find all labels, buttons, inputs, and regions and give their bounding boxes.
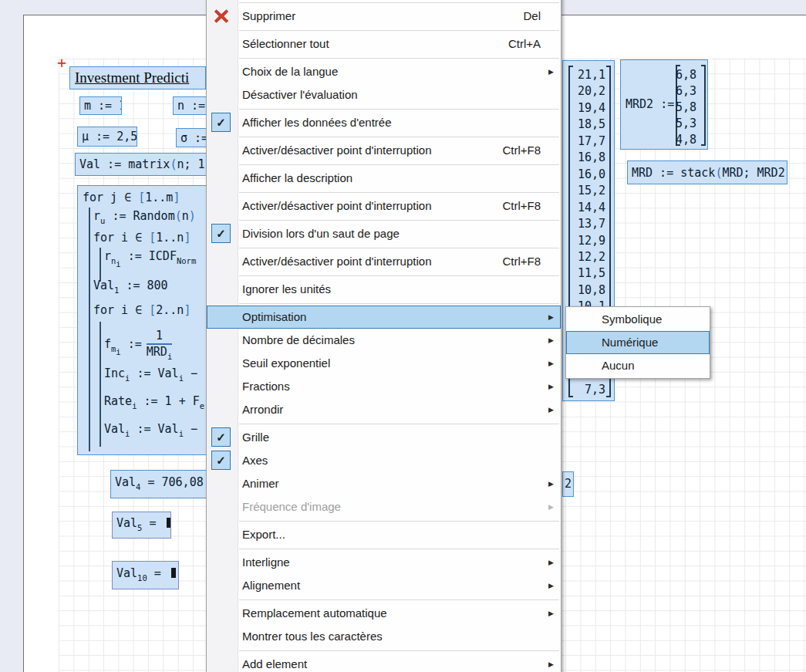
menu-item-label: Optimisation bbox=[242, 306, 306, 329]
menu-item-shortcut: Del bbox=[523, 5, 541, 28]
checkbox-checked-icon: ✓ bbox=[211, 451, 231, 470]
menu-item-label: Activer/désactiver point d'interruption bbox=[242, 194, 432, 218]
menu-item-label: Supprimer bbox=[242, 5, 295, 28]
submenu-arrow-icon: ▶ bbox=[548, 602, 554, 625]
menu-item-label: Seuil exponentiel bbox=[242, 352, 330, 375]
menu-item-supprimer[interactable]: SupprimerDel bbox=[207, 5, 561, 28]
mrd-vector-value: 17,7 bbox=[572, 133, 605, 149]
region-val10-result[interactable]: Val10 = bbox=[112, 561, 179, 589]
region-for-loop-program[interactable]: for j ∈ [1..m] ru := Random(n) for i ∈ [… bbox=[77, 185, 207, 455]
menu-item-shortcut: Ctrl+F8 bbox=[502, 194, 541, 218]
mrd-vector-value: 13,7 bbox=[572, 216, 605, 231]
menu-item-shortcut: Ctrl+A bbox=[508, 32, 541, 56]
menu-item-optimisation[interactable]: Optimisation▶ bbox=[207, 306, 561, 329]
checkbox-checked-icon: ✓ bbox=[211, 224, 231, 243]
menu-item-ignorer-les-unit-s[interactable]: Ignorer les unités bbox=[207, 278, 561, 301]
menu-item-choix-de-la-langue[interactable]: Choix de la langue▶ bbox=[207, 60, 561, 83]
menu-item-grille[interactable]: ✓Grille bbox=[207, 426, 561, 449]
menu-item-label: Désactiver l'évaluation bbox=[242, 83, 358, 106]
mrd2-value: 6,3 bbox=[670, 83, 696, 99]
right-bracket bbox=[701, 65, 706, 146]
region-mu-definition[interactable]: μ := 2,5 % bbox=[77, 127, 137, 147]
menu-item-animer[interactable]: Animer▶ bbox=[207, 472, 561, 495]
menu-item-activer-d-sactiver-point-d-interruption[interactable]: Activer/désactiver point d'interruptionC… bbox=[207, 139, 561, 162]
region-fragment-2[interactable]: 2 bbox=[562, 471, 574, 497]
mrd-vector-value: 10,8 bbox=[572, 282, 605, 298]
worksheet-title: Investment Predicti bbox=[75, 69, 189, 86]
region-mrd-stack[interactable]: MRD := stack(MRD; MRD2) bbox=[627, 160, 787, 184]
checkbox-checked-icon: ✓ bbox=[211, 113, 231, 132]
menu-item-label: Alignement bbox=[242, 574, 300, 597]
region-val4-result[interactable]: Val4 = 706,08 bbox=[110, 470, 208, 498]
menu-item-remplacement-automatique[interactable]: Remplacement automatique▶ bbox=[207, 602, 561, 625]
submenu-item-num-rique[interactable]: Numérique bbox=[566, 331, 710, 354]
menu-item-label: Fractions bbox=[242, 375, 290, 398]
submenu-arrow-icon: ▶ bbox=[548, 306, 554, 329]
mrd-vector-value: 21,1 bbox=[572, 67, 605, 83]
menu-item-s-lectionner-tout[interactable]: Sélectionner toutCtrl+A bbox=[207, 32, 561, 56]
menu-item-montrer-tous-les-caract-res[interactable]: Montrer tous les caractères bbox=[207, 625, 561, 648]
submenu-arrow-icon: ▶ bbox=[548, 472, 554, 495]
menu-item-d-sactiver-l-valuation[interactable]: Désactiver l'évaluation bbox=[207, 83, 561, 106]
region-m-definition[interactable]: m := 1 bbox=[79, 96, 122, 115]
worksheet-title-region[interactable]: Investment Predicti bbox=[69, 66, 206, 89]
menu-item-division-lors-d-un-saut-de-page[interactable]: ✓Division lors d'un saut de page bbox=[207, 222, 561, 245]
loop-line-val: Vali := Vali − bbox=[104, 422, 197, 436]
loop-line-for-i2: for i ∈ [2..n] bbox=[93, 303, 191, 317]
menu-item-label: Choix de la langue bbox=[242, 60, 338, 83]
region-sigma-definition[interactable]: σ := bbox=[176, 128, 208, 147]
mrd-vector-value: 19,4 bbox=[572, 100, 605, 116]
val10-text: Val10 = bbox=[116, 566, 168, 580]
menu-item-alignement[interactable]: Alignement▶ bbox=[207, 574, 561, 597]
loop-line-ru: ru := Random(n) bbox=[93, 209, 196, 223]
submenu-item-label: Aucun bbox=[602, 354, 635, 377]
fraction-prefix: fmi := bbox=[104, 337, 142, 351]
mrd-vector-value: 12,2 bbox=[572, 249, 605, 265]
menu-item-label: Arrondir bbox=[242, 398, 283, 421]
menu-item-label: Afficher les données d'entrée bbox=[242, 111, 392, 134]
region-val5-result[interactable]: Val5 = bbox=[112, 512, 171, 539]
menu-item-activer-d-sactiver-point-d-interruption[interactable]: Activer/désactiver point d'interruptionC… bbox=[207, 250, 561, 273]
inner-scope-bar-2 bbox=[99, 322, 101, 447]
submenu-arrow-icon: ▶ bbox=[548, 574, 554, 597]
menu-item-label: Activer/désactiver point d'interruption bbox=[242, 139, 432, 162]
region-val-matrix-definition[interactable]: Val := matrix(n; 1) bbox=[75, 153, 207, 176]
mrd-vector-value: 18,5 bbox=[572, 117, 605, 132]
menu-item-label: Activer/désactiver point d'interruption bbox=[242, 250, 432, 273]
menu-item-label: Export... bbox=[242, 523, 285, 546]
menu-item-arrondir[interactable]: Arrondir▶ bbox=[207, 398, 561, 421]
menu-item-afficher-la-description[interactable]: Afficher la description bbox=[207, 167, 561, 190]
menu-item-axes[interactable]: ✓Axes bbox=[207, 449, 561, 472]
menu-item-label: Ignorer les unités bbox=[242, 278, 331, 301]
submenu-item-symbolique[interactable]: Symbolique bbox=[566, 308, 710, 331]
menu-item-nombre-de-d-cimales[interactable]: Nombre de décimales▶ bbox=[207, 329, 561, 352]
submenu-item-aucun[interactable]: Aucun bbox=[566, 354, 710, 377]
loop-line-rn: rni := ICDFNorm bbox=[104, 249, 196, 264]
menu-item-label: Animer bbox=[242, 472, 279, 495]
insertion-cursor-icon: + bbox=[57, 56, 66, 69]
menu-item-label: Sélectionner tout bbox=[242, 32, 329, 56]
menu-item-shortcut: Ctrl+F8 bbox=[502, 139, 541, 162]
mrd-vector-value: 16,8 bbox=[572, 150, 605, 165]
menu-item-label: Grille bbox=[242, 426, 269, 449]
menu-item-label: Fréquence d'image bbox=[242, 495, 341, 518]
submenu-arrow-icon: ▶ bbox=[548, 495, 554, 518]
menu-item-fractions[interactable]: Fractions▶ bbox=[207, 375, 561, 398]
menu-item-interligne[interactable]: Interligne▶ bbox=[207, 551, 561, 574]
menu-item-add-element[interactable]: Add element▶ bbox=[207, 653, 561, 672]
menu-item-label: Interligne bbox=[242, 551, 290, 574]
region-mrd2-definition[interactable]: MRD2 := 6,86,35,85,34,8 bbox=[620, 59, 708, 150]
window-left-band bbox=[0, 15, 23, 672]
mrd2-value: 5,3 bbox=[670, 116, 696, 131]
mrd-vector-value: 12,9 bbox=[572, 233, 605, 248]
menu-item-activer-d-sactiver-point-d-interruption[interactable]: Activer/désactiver point d'interruptionC… bbox=[207, 194, 561, 218]
menu-item-seuil-exponentiel[interactable]: Seuil exponentiel▶ bbox=[207, 352, 561, 375]
mrd-vector-value: 7,3 bbox=[572, 382, 605, 397]
placeholder-square bbox=[167, 518, 171, 528]
region-n-definition[interactable]: n := 2 bbox=[173, 96, 208, 115]
mrd-vector-value: 11,5 bbox=[572, 265, 605, 281]
menu-item-afficher-les-donn-es-d-entr-e[interactable]: ✓Afficher les données d'entrée bbox=[207, 111, 561, 134]
menu-item-label: Axes bbox=[242, 449, 268, 472]
menu-item-fr-quence-d-image[interactable]: Fréquence d'image▶ bbox=[207, 495, 561, 518]
menu-item-export[interactable]: Export... bbox=[207, 523, 561, 546]
